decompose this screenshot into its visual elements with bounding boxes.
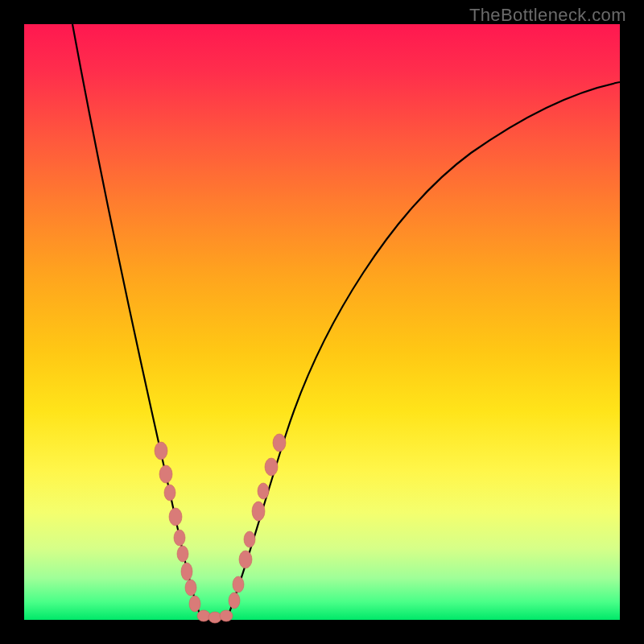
- bead-left: [189, 596, 200, 612]
- bead-valley: [220, 610, 233, 621]
- bead-right: [273, 434, 286, 452]
- bead-valley: [208, 612, 221, 623]
- bead-left: [159, 465, 172, 483]
- bead-right: [258, 483, 269, 499]
- bead-right: [233, 576, 244, 592]
- left-curve: [72, 24, 201, 618]
- plot-area: [24, 24, 620, 620]
- valley-beads-cluster: [197, 610, 233, 623]
- bead-left: [185, 580, 196, 596]
- bead-right: [229, 592, 240, 609]
- bead-right: [239, 551, 252, 568]
- bead-right: [265, 458, 278, 476]
- bead-left: [181, 563, 192, 580]
- bead-left: [164, 485, 175, 501]
- bead-left: [174, 530, 185, 546]
- bead-right: [252, 502, 265, 521]
- bead-left: [155, 442, 167, 460]
- bead-left: [169, 508, 182, 526]
- bottleneck-curve-svg: [24, 24, 620, 620]
- right-curve: [227, 82, 620, 618]
- bead-left: [177, 546, 188, 562]
- watermark-text: TheBottleneck.com: [469, 5, 626, 26]
- bead-right: [244, 531, 255, 547]
- bead-valley: [197, 610, 210, 621]
- chart-frame: TheBottleneck.com: [0, 0, 644, 644]
